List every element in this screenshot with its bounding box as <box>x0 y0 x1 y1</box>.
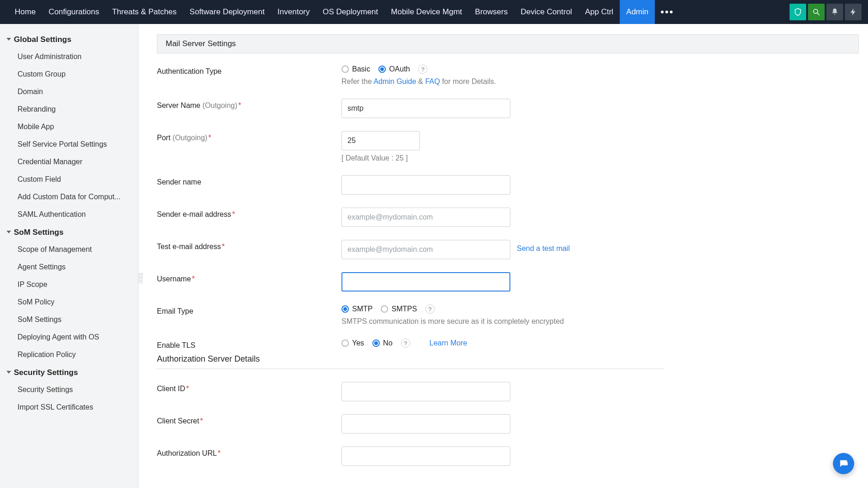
help-icon[interactable]: ? <box>425 304 435 314</box>
input-client-id[interactable] <box>341 382 510 401</box>
link-admin-guide[interactable]: Admin Guide <box>373 77 416 85</box>
notification-icon[interactable] <box>826 4 843 20</box>
sidebar-collapse-handle[interactable] <box>138 273 143 283</box>
search-icon[interactable] <box>808 4 825 20</box>
nav-item-os-deployment[interactable]: OS Deployment <box>316 0 384 24</box>
label-server-name: Server Name (Outgoing)* <box>157 99 341 110</box>
chevron-down-icon <box>6 38 11 41</box>
chevron-down-icon <box>6 231 11 233</box>
sidebar-item-add-custom-data-for-comput-[interactable]: Add Custom Data for Comput... <box>0 188 138 206</box>
help-icon[interactable]: ? <box>401 339 410 348</box>
sidebar-item-custom-group[interactable]: Custom Group <box>0 65 138 83</box>
input-username[interactable] <box>341 272 510 292</box>
bolt-icon[interactable] <box>845 4 862 20</box>
sidebar-item-replication-policy[interactable]: Replication Policy <box>0 346 138 363</box>
sidebar-item-deploying-agent-with-os[interactable]: Deploying Agent with OS <box>0 328 138 346</box>
sidebar-section-global-settings[interactable]: Global Settings <box>0 30 138 48</box>
top-nav: HomeConfigurationsThreats & PatchesSoftw… <box>0 0 868 24</box>
link-faq[interactable]: FAQ <box>425 77 440 85</box>
nav-item-device-control[interactable]: Device Control <box>514 0 579 24</box>
radio-auth-basic[interactable]: Basic <box>341 65 370 73</box>
sidebar-item-custom-field[interactable]: Custom Field <box>0 171 138 188</box>
auth-type-note: Refer the Admin Guide & FAQ for more Det… <box>341 77 868 86</box>
nav-item-inventory[interactable]: Inventory <box>271 0 316 24</box>
sidebar-item-user-administration[interactable]: User Administration <box>0 48 138 65</box>
nav-item-home[interactable]: Home <box>8 0 42 24</box>
input-sender-email[interactable] <box>341 208 510 227</box>
shield-icon[interactable] <box>790 4 806 20</box>
nav-item-admin[interactable]: Admin <box>620 0 655 24</box>
sidebar-item-rebranding[interactable]: Rebranding <box>0 101 138 118</box>
chat-icon[interactable] <box>833 453 854 474</box>
label-auth-url: Authorization URL* <box>157 446 341 458</box>
input-client-secret[interactable] <box>341 414 510 434</box>
chevron-down-icon <box>6 371 11 374</box>
link-send-test-mail[interactable]: Send a test mail <box>517 240 570 253</box>
input-sender-name[interactable] <box>341 175 510 195</box>
radio-smtp[interactable]: SMTP <box>341 305 372 313</box>
sidebar-item-security-settings[interactable]: Security Settings <box>0 381 138 399</box>
nav-item-browsers[interactable]: Browsers <box>468 0 514 24</box>
label-client-id: Client ID* <box>157 382 341 393</box>
label-sender-email: Sender e-mail address* <box>157 208 341 219</box>
nav-more[interactable]: ••• <box>655 0 679 24</box>
sidebar-section-security-settings[interactable]: Security Settings <box>0 363 138 381</box>
sidebar-item-domain[interactable]: Domain <box>0 83 138 101</box>
input-auth-url[interactable] <box>341 446 510 466</box>
nav-item-mobile-device-mgmt[interactable]: Mobile Device Mgmt <box>384 0 468 24</box>
radio-tls-no[interactable]: No <box>372 339 392 347</box>
label-enable-tls: Enable TLS <box>157 339 341 350</box>
sidebar-item-self-service-portal-settings[interactable]: Self Service Portal Settings <box>0 136 138 153</box>
label-test-email: Test e-mail address* <box>157 240 341 251</box>
sidebar-item-import-ssl-certificates[interactable]: Import SSL Certificates <box>0 399 138 416</box>
label-sender-name: Sender name <box>157 175 341 186</box>
nav-item-app-ctrl[interactable]: App Ctrl <box>579 0 620 24</box>
section-auth-server: Authorization Server Details <box>157 354 664 369</box>
nav-item-software-deployment[interactable]: Software Deployment <box>183 0 271 24</box>
nav-right <box>790 0 863 24</box>
label-client-secret: Client Secret* <box>157 414 341 425</box>
label-port: Port (Outgoing)* <box>157 131 341 142</box>
nav-item-configurations[interactable]: Configurations <box>42 0 106 24</box>
sidebar-item-ip-scope[interactable]: IP Scope <box>0 276 138 293</box>
main-panel: Mail Server Settings Authentication Type… <box>138 24 868 488</box>
email-type-note: SMTPS communication is more secure as it… <box>341 317 868 326</box>
link-learn-more[interactable]: Learn More <box>430 339 467 347</box>
label-auth-type: Authentication Type <box>157 65 341 76</box>
sidebar-item-som-settings[interactable]: SoM Settings <box>0 311 138 328</box>
sidebar-item-saml-authentication[interactable]: SAML Authentication <box>0 206 138 223</box>
label-email-type: Email Type <box>157 304 341 315</box>
sidebar-item-agent-settings[interactable]: Agent Settings <box>0 258 138 276</box>
radio-smtps[interactable]: SMTPS <box>381 305 417 313</box>
svg-line-1 <box>817 13 820 15</box>
panel-title: Mail Server Settings <box>157 34 859 54</box>
help-icon[interactable]: ? <box>418 65 427 74</box>
input-port[interactable] <box>341 131 420 150</box>
radio-auth-oauth[interactable]: OAuth <box>378 65 410 73</box>
sidebar-item-scope-of-management[interactable]: Scope of Management <box>0 241 138 258</box>
nav-item-threats-patches[interactable]: Threats & Patches <box>106 0 183 24</box>
svg-rect-2 <box>844 462 848 465</box>
sidebar-item-credential-manager[interactable]: Credential Manager <box>0 153 138 171</box>
input-server-name[interactable] <box>341 99 510 118</box>
port-default-note: [ Default Value : 25 ] <box>341 154 868 162</box>
input-test-email[interactable] <box>341 240 510 259</box>
svg-point-0 <box>814 9 818 13</box>
sidebar-section-som-settings[interactable]: SoM Settings <box>0 223 138 241</box>
label-username: Username* <box>157 272 341 283</box>
sidebar-item-som-policy[interactable]: SoM Policy <box>0 293 138 311</box>
nav-items: HomeConfigurationsThreats & PatchesSoftw… <box>8 0 655 24</box>
sidebar: Global SettingsUser AdministrationCustom… <box>0 24 138 488</box>
radio-tls-yes[interactable]: Yes <box>341 339 364 347</box>
sidebar-item-mobile-app[interactable]: Mobile App <box>0 118 138 136</box>
